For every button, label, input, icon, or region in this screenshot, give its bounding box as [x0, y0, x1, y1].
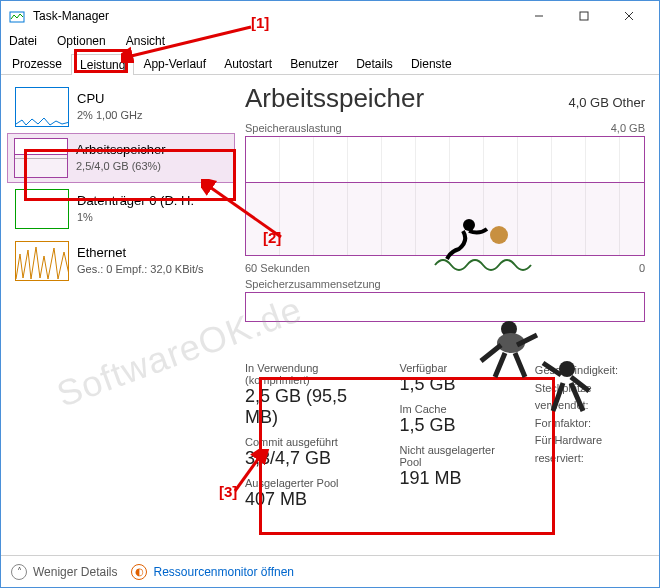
- cpu-title: CPU: [77, 91, 142, 108]
- tab-services[interactable]: Dienste: [402, 53, 461, 74]
- tab-processes[interactable]: Prozesse: [3, 53, 71, 74]
- cpu-thumb-chart: [15, 87, 69, 127]
- menu-file[interactable]: Datei: [5, 34, 41, 48]
- eth-title: Ethernet: [77, 245, 204, 262]
- annot-box-1: [74, 49, 128, 73]
- minimize-button[interactable]: [516, 1, 561, 31]
- eth-thumb-chart: [15, 241, 69, 281]
- svg-line-5: [127, 27, 251, 57]
- resmon-icon: ◐: [131, 564, 147, 580]
- comp-label: Speicherzusammensetzung: [245, 278, 381, 290]
- svg-line-7: [235, 455, 261, 491]
- close-button[interactable]: [606, 1, 651, 31]
- chevron-up-icon: ˄: [11, 564, 27, 580]
- footer: ˄ Weniger Details ◐ Ressourcenmonitor öf…: [1, 555, 659, 587]
- cpu-sub: 2% 1,00 GHz: [77, 108, 142, 122]
- usage-max: 4,0 GB: [611, 122, 645, 134]
- climbing-figures-icon: [471, 311, 611, 431]
- usage-label: Speicherauslastung: [245, 122, 342, 134]
- svg-point-8: [463, 219, 475, 231]
- sidebar-item-cpu[interactable]: CPU 2% 1,00 GHz: [7, 81, 235, 133]
- annot-arrow-1: [121, 23, 261, 63]
- menubar: Datei Optionen Ansicht: [1, 31, 659, 51]
- svg-rect-2: [580, 12, 588, 20]
- time-axis-right: 0: [639, 262, 645, 274]
- app-icon: [9, 8, 25, 24]
- annot-arrow-2: [201, 179, 291, 249]
- mem-type: 4,0 GB Other: [568, 95, 645, 110]
- fewer-details-button[interactable]: ˄ Weniger Details: [11, 564, 117, 580]
- window-title: Task-Manager: [33, 9, 516, 23]
- running-figure-icon: [431, 211, 551, 271]
- eth-sub: Ges.: 0 Empf.: 32,0 KBit/s: [77, 262, 204, 276]
- menu-options[interactable]: Optionen: [53, 34, 110, 48]
- disk-sub: 1%: [77, 210, 194, 224]
- time-axis: 60 Sekunden: [245, 262, 310, 274]
- open-resmon-link[interactable]: ◐ Ressourcenmonitor öffnen: [131, 564, 294, 580]
- svg-point-9: [490, 226, 508, 244]
- annot-arrow-3: [231, 449, 271, 499]
- page-title: Arbeitsspeicher: [245, 83, 424, 114]
- titlebar: Task-Manager: [1, 1, 659, 31]
- resmon-label: Ressourcenmonitor öffnen: [153, 565, 294, 579]
- svg-point-12: [559, 361, 575, 377]
- svg-line-6: [207, 185, 281, 237]
- tab-details[interactable]: Details: [347, 53, 402, 74]
- maximize-button[interactable]: [561, 1, 606, 31]
- fewer-details-label: Weniger Details: [33, 565, 117, 579]
- tab-users[interactable]: Benutzer: [281, 53, 347, 74]
- sidebar: CPU 2% 1,00 GHz Arbeitsspeicher 2,5/4,0 …: [1, 75, 241, 555]
